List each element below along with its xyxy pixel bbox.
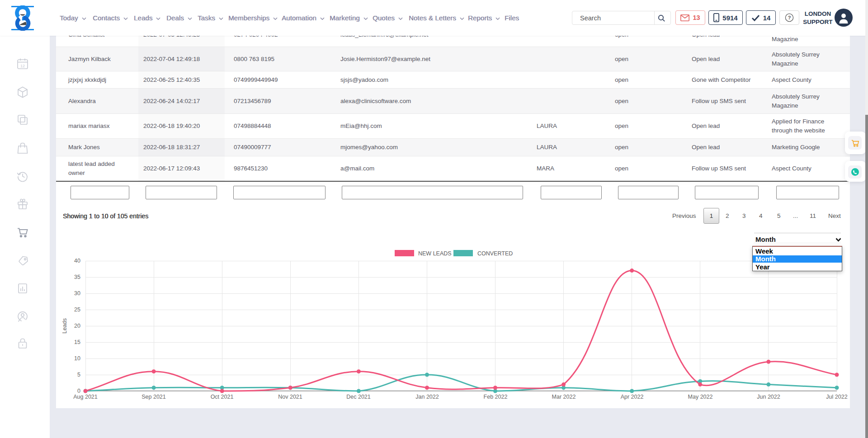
svg-text:30: 30 xyxy=(74,290,80,297)
svg-text:Jul 2022: Jul 2022 xyxy=(826,394,847,400)
svg-text:Sep 2021: Sep 2021 xyxy=(142,394,166,400)
svg-text:Aug 2021: Aug 2021 xyxy=(73,394,98,400)
svg-text:Nov 2021: Nov 2021 xyxy=(278,394,302,400)
svg-text:35: 35 xyxy=(74,274,80,280)
svg-text:Mar 2022: Mar 2022 xyxy=(552,394,576,400)
svg-text:5: 5 xyxy=(77,372,80,378)
svg-text:12: 12 xyxy=(20,64,25,68)
svg-text:Apr 2022: Apr 2022 xyxy=(621,394,644,400)
svg-text:Feb 2022: Feb 2022 xyxy=(484,394,508,400)
svg-text:15: 15 xyxy=(74,339,80,345)
svg-text:May 2022: May 2022 xyxy=(688,394,713,400)
svg-text:10: 10 xyxy=(74,355,80,362)
svg-text:Jun 2022: Jun 2022 xyxy=(757,394,780,400)
svg-text:CONVERTED: CONVERTED xyxy=(477,250,513,257)
svg-text:NEW LEADS: NEW LEADS xyxy=(418,250,452,257)
svg-text:Dec 2021: Dec 2021 xyxy=(346,394,371,400)
svg-text:?: ? xyxy=(788,15,791,20)
svg-text:25: 25 xyxy=(74,306,80,313)
svg-text:Oct 2021: Oct 2021 xyxy=(211,394,234,400)
svg-text:0: 0 xyxy=(77,388,80,394)
svg-text:40: 40 xyxy=(74,258,80,264)
svg-text:20: 20 xyxy=(74,323,80,329)
svg-text:Leads: Leads xyxy=(61,318,68,334)
svg-text:Jan 2022: Jan 2022 xyxy=(415,394,439,400)
